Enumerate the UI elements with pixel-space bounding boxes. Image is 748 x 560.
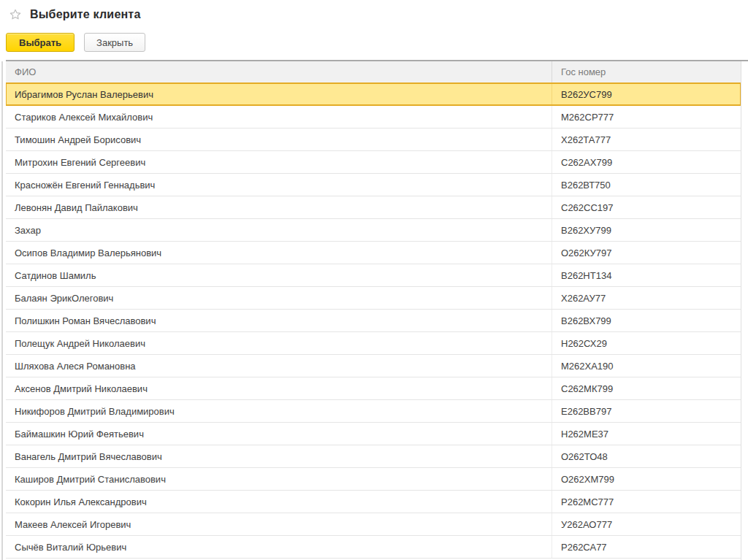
table-row[interactable]: Каширов Дмитрий Станиславович О262ХМ799 (6, 468, 741, 491)
table-row[interactable]: Красножён Евгений Геннадьвич В262ВТ750 (6, 174, 741, 196)
cell-gos: В262УС799 (552, 84, 741, 104)
cell-fio: Захар (6, 219, 552, 241)
table-row[interactable]: Осипов Владимир Валерьянович О262КУ797 (6, 242, 741, 264)
cell-fio: Аксенов Дмитрий Николаевич (6, 377, 552, 399)
scrollbar-track[interactable] (741, 61, 748, 560)
table-row[interactable]: Захар В262ХУ799 (6, 219, 741, 242)
cell-gos: В262ВХ799 (552, 310, 741, 331)
cell-fio: Тимошин Андрей Борисович (6, 129, 552, 150)
cell-gos: С262СС197 (552, 196, 741, 218)
table-row[interactable]: Кокорин Илья Александрович Р262МС777 (6, 491, 741, 513)
cell-fio: Макеев Алексей Игоревич (6, 513, 552, 535)
cell-gos: У262АО777 (552, 513, 741, 535)
cell-gos: В262НТ134 (552, 264, 741, 286)
toolbar: Выбрать Закрыть (6, 33, 145, 52)
cell-fio: Левонян Давид Пайлакович (6, 196, 552, 218)
cell-fio: Сычёв Виталий Юрьевич (6, 536, 552, 558)
client-table: ФИО Гос номер Ибрагимов Руслан Валерьеви… (6, 60, 748, 560)
cell-gos: Х262ТА777 (552, 129, 741, 150)
cell-fio: Ванагель Дмитрий Вячеславович (6, 445, 552, 467)
cell-fio: Митрохин Евгений Сергеевич (6, 151, 552, 173)
title-bar: Выберите клиента (9, 6, 141, 23)
cell-gos: В262ХУ799 (552, 219, 741, 241)
table-row[interactable]: Полещук Андрей Николаевич Н262СХ29 (6, 332, 741, 355)
cell-fio: Ибрагимов Руслан Валерьевич (6, 84, 552, 104)
cell-gos: О262ХМ799 (552, 468, 741, 490)
cell-fio: Полишкин Роман Вячеславович (6, 310, 552, 331)
table-row[interactable]: Макеев Алексей Игоревич У262АО777 (6, 513, 741, 536)
cell-gos: М262СР777 (552, 106, 741, 128)
table-grid: ФИО Гос номер Ибрагимов Руслан Валерьеви… (6, 61, 741, 560)
cell-gos: Р262МС777 (552, 491, 741, 513)
cell-fio: Шляхова Алеся Романовна (6, 355, 552, 377)
cell-fio: Полещук Андрей Николаевич (6, 332, 552, 354)
page-title: Выберите клиента (30, 8, 141, 21)
table-row[interactable]: Сычёв Виталий Юрьевич Р262СА77 (6, 536, 741, 559)
table-header: ФИО Гос номер (6, 61, 741, 83)
favorite-star-icon[interactable] (9, 8, 22, 21)
window-frame-line (1, 61, 3, 560)
table-row[interactable]: Левонян Давид Пайлакович С262СС197 (6, 196, 741, 219)
cell-fio: Красножён Евгений Геннадьвич (6, 174, 552, 196)
cell-fio: Каширов Дмитрий Станиславович (6, 468, 552, 490)
table-row[interactable]: Митрохин Евгений Сергеевич С262АХ799 (6, 151, 741, 174)
cell-gos: О262КУ797 (552, 242, 741, 264)
table-row[interactable]: Баймашкин Юрий Феятьевич Н262МЕ37 (6, 423, 741, 445)
cell-gos: М262ХА190 (552, 355, 741, 377)
table-body: Ибрагимов Руслан Валерьевич В262УС799 Ст… (6, 83, 741, 559)
cell-gos: Р262СА77 (552, 536, 741, 558)
close-button[interactable]: Закрыть (84, 33, 145, 52)
table-row[interactable]: Полишкин Роман Вячеславович В262ВХ799 (6, 310, 741, 332)
cell-gos: О262ТО48 (552, 445, 741, 467)
cell-gos: Е262ВВ797 (552, 400, 741, 422)
table-row[interactable]: Тимошин Андрей Борисович Х262ТА777 (6, 129, 741, 151)
cell-gos: Х262АУ77 (552, 287, 741, 309)
table-row[interactable]: Аксенов Дмитрий Николаевич С262МК799 (6, 377, 741, 400)
cell-fio: Кокорин Илья Александрович (6, 491, 552, 513)
cell-fio: Баймашкин Юрий Феятьевич (6, 423, 552, 445)
table-row[interactable]: Сатдинов Шамиль В262НТ134 (6, 264, 741, 287)
table-row[interactable]: Никифоров Дмитрий Владимирович Е262ВВ797 (6, 400, 741, 423)
column-header-fio[interactable]: ФИО (6, 61, 552, 83)
cell-gos: Н262СХ29 (552, 332, 741, 354)
cell-gos: Н262МЕ37 (552, 423, 741, 445)
select-button[interactable]: Выбрать (6, 33, 75, 52)
cell-gos: В262ВТ750 (552, 174, 741, 196)
cell-fio: Сатдинов Шамиль (6, 264, 552, 286)
table-row[interactable]: Шляхова Алеся Романовна М262ХА190 (6, 355, 741, 377)
cell-gos: С262МК799 (552, 377, 741, 399)
cell-fio: Осипов Владимир Валерьянович (6, 242, 552, 264)
table-row[interactable]: Ванагель Дмитрий Вячеславович О262ТО48 (6, 445, 741, 468)
cell-fio: Никифоров Дмитрий Владимирович (6, 400, 552, 422)
table-row[interactable]: Стариков Алексей Михайлович М262СР777 (6, 106, 741, 129)
table-row[interactable]: Балаян ЭрикОлегович Х262АУ77 (6, 287, 741, 310)
cell-fio: Стариков Алексей Михайлович (6, 106, 552, 128)
cell-fio: Балаян ЭрикОлегович (6, 287, 552, 309)
table-row[interactable]: Ибрагимов Руслан Валерьевич В262УС799 (6, 83, 741, 106)
cell-gos: С262АХ799 (552, 151, 741, 173)
column-header-gos[interactable]: Гос номер (552, 61, 741, 83)
